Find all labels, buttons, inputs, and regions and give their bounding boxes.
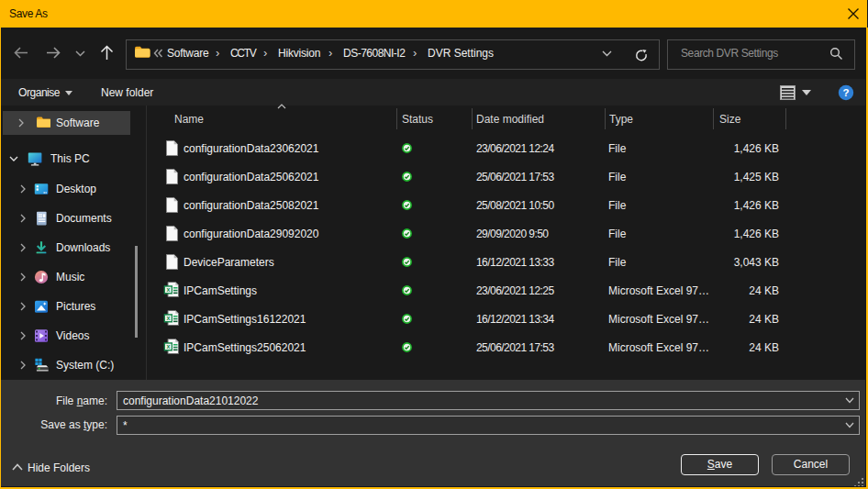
svg-text:?: ?: [842, 87, 849, 98]
svg-text:x: x: [166, 343, 170, 350]
svg-text:x: x: [166, 286, 170, 293]
svg-text:x: x: [166, 315, 170, 321]
